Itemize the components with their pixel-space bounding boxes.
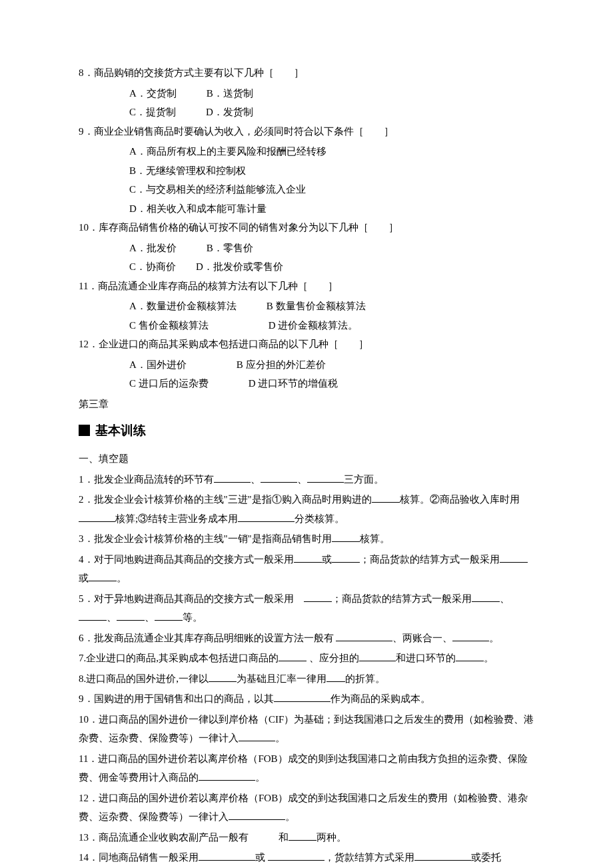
q11-opt-b: B 数量售价金额核算法 (267, 301, 366, 311)
question-12: 12．企业进口的商品其采购成本包括进口商品的以下几种［ ］ (79, 335, 536, 354)
blank[interactable] (79, 611, 107, 621)
fill-4: 4．对于同地购进商品其商品的交接方式一般采用或；商品货款的结算方式一般采用或。 (79, 550, 536, 588)
fill-8: 8.进口商品的国外进价,一律以为基础且汇率一律用的折算。 (79, 669, 536, 689)
blank[interactable] (472, 592, 500, 602)
fill-13: 13．商品流通企业收购农副产品一般有 和两种。 (79, 828, 536, 847)
blank[interactable] (79, 512, 115, 522)
fill-11: 11．进口商品的国外进价若以离岸价格（FOB）成交的则到达我国港口之前由我方负担… (79, 749, 536, 787)
blank[interactable] (117, 611, 145, 621)
q11-opt-c: C 售价金额核算法 (129, 320, 209, 331)
blank[interactable] (452, 631, 489, 641)
q10-opt-d: D．批发价或零售价 (196, 261, 283, 272)
chapter-heading: 第三章 (79, 395, 536, 414)
fill-3: 3．批发企业会计核算价格的主线"一销"是指商品销售时用核算。 (79, 529, 536, 549)
q11-options-row2: C 售价金额核算法 D 进价金额核算法。 (79, 316, 536, 335)
q10-options-row1: A．批发价 B．零售价 (79, 239, 536, 258)
q10-opt-a: A．批发价 (129, 243, 177, 253)
q12-opt-d: D 进口环节的增值税 (249, 378, 338, 389)
blank[interactable] (279, 651, 306, 661)
fill-5: 5．对于异地购进商品其商品的交接方式一般采用 ；商品货款的结算方式一般采用、、、… (79, 589, 536, 627)
blank[interactable] (332, 553, 360, 563)
q11-options-row1: A．数量进价金额核算法 B 数量售价金额核算法 (79, 297, 536, 316)
question-10: 10．库存商品销售价格的确认可按不同的销售对象分为以下几种［ ］ (79, 218, 536, 237)
q12-options-row2: C 进口后的运杂费 D 进口环节的增值税 (79, 374, 536, 393)
q10-opt-c: C．协商价 (129, 261, 176, 272)
q12-opt-c: C 进口后的运杂费 (129, 378, 209, 389)
blank[interactable] (332, 532, 360, 542)
q12-opt-a: A．国外进价 (129, 359, 187, 370)
fill-2: 2．批发企业会计核算价格的主线"三进"是指①购入商品时用购进的核算。②商品验收入… (79, 490, 536, 528)
question-11: 11．商品流通企业库存商品的核算方法有以下几种［ ］ (79, 277, 536, 296)
fill-10: 10．进口商品的国外进价一律以到岸价格（CIF）为基础；到达我国港口之后发生的费… (79, 710, 536, 748)
q8-options-row2: C．提货制 D．发货制 (79, 103, 536, 122)
blank[interactable] (500, 553, 528, 563)
blank[interactable] (359, 651, 396, 661)
blank[interactable] (268, 851, 324, 861)
q12-opt-b: B 应分担的外汇差价 (237, 359, 326, 370)
q11-opt-d: D 进价金额核算法。 (269, 320, 358, 331)
blank[interactable] (307, 473, 344, 483)
blank[interactable] (214, 473, 251, 483)
fill-7: 7.企业进口的商品,其采购成本包括进口商品的 、应分担的和进口环节的。 (79, 649, 536, 668)
blank[interactable] (238, 512, 295, 522)
blank[interactable] (209, 672, 237, 682)
blank[interactable] (304, 592, 332, 602)
question-8: 8．商品购销的交接货方式主要有以下几种［ ］ (79, 63, 536, 83)
fill-14: 14．同地商品销售一般采用或 ，货款结算方式采用或委托 (79, 848, 536, 867)
blank[interactable] (89, 571, 117, 581)
q8-opt-a: A．交货制 (129, 88, 177, 99)
blank[interactable] (289, 831, 316, 841)
blank[interactable] (261, 473, 297, 483)
fill-9: 9．国购进的用于国销售和出口的商品，以其作为商品的采购成本。 (79, 689, 536, 709)
section-title: 基本训练 (79, 419, 536, 443)
blank[interactable] (239, 731, 275, 741)
q9-opt-a: A．商品所有权上的主要风险和报酬已经转移 (79, 142, 536, 161)
blank[interactable] (199, 851, 255, 861)
q12-options-row1: A．国外进价 B 应分担的外汇差价 (79, 355, 536, 375)
q11-opt-a: A．数量进价金额核算法 (129, 301, 237, 311)
blank[interactable] (229, 810, 285, 820)
q10-opt-b: B．零售价 (207, 243, 253, 253)
blank[interactable] (326, 672, 345, 682)
blank[interactable] (294, 553, 322, 563)
blank[interactable] (414, 851, 471, 861)
q8-opt-c: C．提货制 (129, 107, 176, 117)
question-9: 9．商业企业销售商品时要确认为收入，必须同时符合以下条件［ ］ (79, 122, 536, 141)
q8-options-row1: A．交货制 B．送货制 (79, 84, 536, 103)
q10-options-row2: C．协商价 D．批发价或零售价 (79, 257, 536, 277)
q9-opt-b: B．无继续管理权和控制权 (79, 161, 536, 181)
q8-opt-b: B．送货制 (207, 88, 253, 99)
q8-opt-d: D．发货制 (206, 107, 253, 117)
fill-6: 6．批发商品流通企业其库存商品明细账的设置方法一般有 、两账合一、。 (79, 629, 536, 648)
fill-12: 12．进口商品的国外进价若以离岸价格（FOB）成交的到达我国港口之后发生的费用（… (79, 789, 536, 827)
section-title-text: 基本训练 (95, 423, 146, 437)
blank[interactable] (155, 611, 183, 621)
blank[interactable] (336, 631, 392, 641)
square-icon (79, 425, 90, 436)
fill-1: 1．批发企业商品流转的环节有、、三方面。 (79, 470, 536, 489)
blank[interactable] (274, 692, 330, 702)
blank[interactable] (456, 651, 484, 661)
q9-opt-c: C．与交易相关的经济利益能够流入企业 (79, 180, 536, 199)
q9-opt-d: D．相关收入和成本能可靠计量 (79, 199, 536, 219)
blank[interactable] (199, 771, 255, 781)
blank[interactable] (372, 493, 400, 503)
fill-title: 一、填空题 (79, 449, 536, 469)
